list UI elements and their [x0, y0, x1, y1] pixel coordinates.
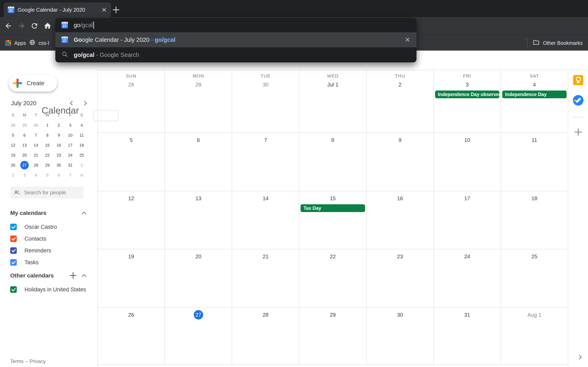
day-cell[interactable]: 19: [98, 249, 165, 307]
mini-day[interactable]: 31: [65, 160, 76, 170]
day-cell[interactable]: TUE30: [232, 70, 299, 133]
day-cell[interactable]: FRI3Independence Day observed: [434, 70, 501, 133]
prev-month-icon[interactable]: [70, 101, 75, 106]
omnibox[interactable]: 27 go/gcal: [55, 18, 416, 32]
hide-side-panel-icon[interactable]: [578, 356, 581, 360]
mini-day[interactable]: 28: [30, 160, 42, 170]
day-cell[interactable]: 21: [232, 249, 299, 307]
mini-day[interactable]: 6: [53, 170, 65, 180]
collapse-icon[interactable]: [82, 274, 86, 279]
mini-day[interactable]: 23: [53, 150, 65, 160]
mini-day[interactable]: 7: [65, 170, 76, 180]
mini-day[interactable]: 30: [30, 120, 42, 130]
mini-day[interactable]: 11: [76, 130, 87, 140]
mini-day[interactable]: 17: [65, 140, 76, 150]
day-cell[interactable]: WEDJul 1: [299, 70, 366, 133]
bookmark-apps[interactable]: Apps css-l: [5, 39, 49, 47]
mini-day[interactable]: 8: [42, 130, 53, 140]
day-cell[interactable]: 12: [98, 191, 165, 249]
event-chip[interactable]: Tax Day: [301, 204, 365, 212]
mini-day[interactable]: 28: [7, 120, 19, 130]
mini-day[interactable]: 8: [76, 170, 87, 180]
event-chip[interactable]: Independence Day observed: [435, 91, 499, 98]
suggestion-search[interactable]: go/gcal - Google Search: [55, 47, 416, 62]
mini-day[interactable]: 30: [53, 160, 65, 170]
privacy-link[interactable]: Privacy: [30, 359, 46, 364]
mini-day[interactable]: 29: [19, 120, 30, 130]
mini-day[interactable]: 19: [7, 150, 19, 160]
mini-day[interactable]: 3: [19, 170, 30, 180]
omnibox-input[interactable]: go/gcal: [74, 21, 94, 29]
new-tab-icon[interactable]: [112, 5, 121, 14]
day-cell[interactable]: 8: [299, 133, 366, 191]
mini-day[interactable]: 2: [7, 170, 19, 180]
collapse-icon[interactable]: [82, 212, 86, 216]
day-cell[interactable]: 15Tax Day: [299, 191, 366, 249]
my-calendars-header[interactable]: My calendars: [10, 210, 86, 216]
other-bookmarks[interactable]: Other Bookmarks: [527, 39, 583, 47]
day-cell[interactable]: THU2: [367, 70, 434, 133]
mini-day[interactable]: 14: [30, 140, 42, 150]
day-cell[interactable]: 6: [165, 133, 232, 191]
day-cell[interactable]: 9: [367, 133, 434, 191]
mini-day[interactable]: 4: [30, 170, 42, 180]
checkbox-checked[interactable]: [10, 247, 17, 254]
bookmark-css-label[interactable]: css-l: [39, 40, 49, 46]
day-cell[interactable]: SUN28: [98, 70, 165, 133]
day-cell[interactable]: 29: [299, 308, 366, 365]
forward-icon[interactable]: [17, 21, 26, 31]
mini-day[interactable]: 18: [76, 140, 87, 150]
event-chip[interactable]: Independence Day: [502, 91, 567, 98]
mini-day[interactable]: 6: [19, 130, 30, 140]
mini-day[interactable]: 1: [76, 160, 87, 170]
today-button[interactable]: [94, 110, 118, 121]
day-cell[interactable]: 24: [434, 249, 501, 307]
day-cell[interactable]: 30: [367, 308, 434, 365]
mini-day[interactable]: 10: [65, 130, 76, 140]
day-cell[interactable]: 14: [232, 191, 299, 249]
calendar-list-item[interactable]: Holidays in United States: [10, 284, 92, 295]
checkbox-checked[interactable]: [10, 224, 17, 230]
create-button[interactable]: Create: [9, 75, 57, 92]
day-cell[interactable]: 27: [165, 308, 232, 365]
home-icon[interactable]: [43, 21, 52, 31]
mini-day[interactable]: 13: [19, 140, 30, 150]
day-cell[interactable]: 7: [232, 133, 299, 191]
mini-day[interactable]: 27: [19, 160, 30, 170]
mini-day[interactable]: 5: [7, 130, 19, 140]
day-cell[interactable]: 17: [434, 191, 501, 249]
day-cell[interactable]: 22: [299, 249, 366, 307]
mini-day[interactable]: 16: [53, 140, 65, 150]
calendar-list-item[interactable]: Contacts: [10, 233, 92, 245]
remove-suggestion-icon[interactable]: [404, 36, 411, 43]
add-icon[interactable]: [574, 128, 582, 136]
mini-day[interactable]: 20: [19, 150, 30, 160]
day-cell[interactable]: 23: [367, 249, 434, 307]
mini-day[interactable]: 15: [42, 140, 53, 150]
mini-day[interactable]: 4: [76, 120, 87, 130]
keep-icon[interactable]: [573, 75, 583, 85]
other-calendars-header[interactable]: Other calendars: [10, 272, 86, 279]
day-cell[interactable]: 11: [501, 133, 568, 191]
tab-close-icon[interactable]: [100, 6, 108, 14]
back-icon[interactable]: [4, 21, 13, 31]
day-cell[interactable]: MON29: [165, 70, 232, 133]
mini-day[interactable]: 3: [65, 120, 76, 130]
day-cell[interactable]: 20: [165, 249, 232, 307]
add-calendar-icon[interactable]: [69, 272, 77, 279]
mini-day[interactable]: 26: [7, 160, 19, 170]
day-cell[interactable]: 10: [434, 133, 501, 191]
suggestion-site[interactable]: 27 Google Calendar - July 2020 - go/gcal: [55, 32, 416, 47]
tasks-icon[interactable]: [573, 95, 584, 106]
day-cell[interactable]: 25: [501, 249, 568, 307]
day-cell[interactable]: 13: [165, 191, 232, 249]
mini-day[interactable]: 24: [65, 150, 76, 160]
mini-day[interactable]: 22: [42, 150, 53, 160]
mini-day[interactable]: 21: [30, 150, 42, 160]
day-cell[interactable]: 5: [98, 133, 165, 191]
mini-day[interactable]: 12: [7, 140, 19, 150]
mini-day[interactable]: 7: [30, 130, 42, 140]
day-cell[interactable]: 28: [232, 308, 299, 365]
mini-day[interactable]: 5: [42, 170, 53, 180]
terms-link[interactable]: Terms: [10, 359, 24, 364]
